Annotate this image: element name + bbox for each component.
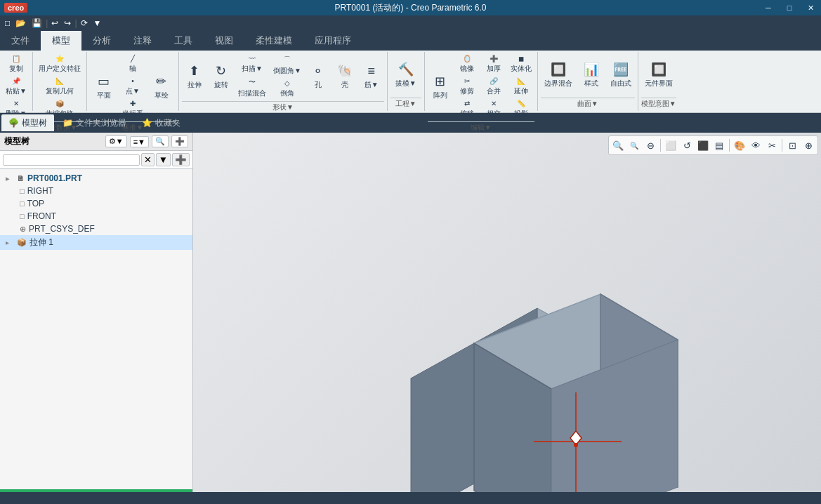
qa-undo-button[interactable]: ↩ [49,18,60,29]
style-button[interactable]: 📊 样式 [577,60,605,91]
chamfer-button[interactable]: ◇ 倒角 [270,78,304,100]
thicken-icon: ➕ [490,55,498,62]
merge-button[interactable]: 🔗 合并 [481,76,506,98]
refit-button[interactable]: ⬜ [663,138,678,153]
point-button[interactable]: • 点▼ [119,76,146,98]
search-clear-button[interactable]: ✕ [141,153,155,166]
tree-filter-button[interactable]: 🔍 [152,135,169,147]
search-dropdown-button[interactable]: ▼ [156,153,171,166]
tab-analysis[interactable]: 分析 [81,31,122,51]
tab-tools[interactable]: 工具 [163,31,204,51]
panel-tab-model-tree[interactable]: 🌳 模型树 [1,114,54,131]
tab-applications[interactable]: 应用程序 [303,31,362,51]
zoom-in-button[interactable]: 🔍 [610,138,626,153]
component-interface-button[interactable]: 🔲 元件界面 [641,60,676,91]
qa-save-button[interactable]: 💾 [29,18,44,29]
solidify-icon: ◼ [518,55,524,62]
tree-item-front[interactable]: □ FRONT [0,210,192,223]
revolve-button[interactable]: ↻ 旋转 [209,61,234,92]
extrude-button[interactable]: ⬆ 拉伸 [182,61,207,92]
viewport[interactable]: 🔍 🔍 ⊖ ⬜ ↺ ⬛ ▤ 🎨 👁 ✂ ⊡ ⊕ [193,133,821,492]
pattern-button[interactable]: ⊞ 阵列 [428,72,453,102]
revolve-icon: ↻ [216,63,226,79]
shell-button[interactable]: 🐚 壳 [332,61,357,92]
round-button[interactable]: ⌒ 倒圆角▼ [270,53,304,77]
minimize-button[interactable]: ─ [758,0,779,15]
blend-button[interactable]: 〜 扫描混合 [235,76,269,100]
ribbon-group-operations: 📋 复制 📌 粘贴▼ ✕ 删除▼ 操作▼ [0,52,33,111]
panel-tab-favorites[interactable]: ⭐ 收藏夹 [135,114,188,131]
clipboard-group: 📋 复制 📌 粘贴▼ ✕ 删除▼ [3,53,29,120]
sweep-icon: 〰 [249,55,256,62]
boundary-blend-button[interactable]: 🔲 边界混合 [541,60,576,91]
tab-annotation[interactable]: 注释 [122,31,163,51]
perspective-button[interactable]: ⊡ [784,138,800,153]
ribbon-group-model-intent: 🔲 元件界面 模型意图▼ [638,52,679,111]
plane-icon: ▭ [98,74,110,89]
intersect-icon: ✕ [491,100,497,107]
view-list-button[interactable]: ▤ [711,138,727,153]
tree-item-extrude1[interactable]: ▸ 📦 拉伸 1 [0,235,192,250]
qa-open-button[interactable]: 📂 [13,18,28,29]
close-button[interactable]: ✕ [800,0,821,15]
tree-expand-all-button[interactable]: ➕ [171,135,188,147]
ribbon-group-surface: 🔲 边界混合 📊 样式 🆓 自由式 曲面▼ [538,52,638,111]
intersect-button[interactable]: ✕ 相交 [481,98,506,120]
view-orient-button[interactable]: ⬛ [695,138,711,153]
engineering-label: 工程▼ [390,98,421,110]
qa-redo-button[interactable]: ↪ [62,18,73,29]
tree-item-csys[interactable]: ⊕ PRT_CSYS_DEF [0,223,192,235]
freestyle-button[interactable]: 🆓 自由式 [607,60,635,91]
tree-item-top-label: TOP [27,199,44,208]
thicken-button[interactable]: ➕ 加厚 [481,53,506,75]
copy-geometry-button[interactable]: 📐 复制几何 [36,76,84,98]
surface-buttons: 🔲 边界混合 📊 样式 🆓 自由式 [541,53,635,96]
display-style-button[interactable]: 🎨 [732,138,747,153]
visibility-button[interactable]: 👁 [748,138,763,153]
spin-center-button[interactable]: ⊕ [801,138,816,153]
tab-flexible-modeling[interactable]: 柔性建模 [244,31,303,51]
maximize-button[interactable]: □ [779,0,800,15]
window-controls: ─ □ ✕ [758,0,821,15]
search-input[interactable] [3,154,140,166]
orient-button[interactable]: ↺ [679,138,695,153]
pattern-icon: ⊞ [435,74,445,89]
tab-model[interactable]: 模型 [41,31,81,51]
tree-item-right[interactable]: □ RIGHT [0,185,192,197]
tree-item-top[interactable]: □ TOP [0,197,192,210]
rib-button[interactable]: ≡ 筋▼ [359,62,384,92]
sweep-button[interactable]: 〰 扫描▼ [235,53,269,75]
datum-plane-top-icon: □ [20,199,25,208]
boundary-blend-icon: 🔲 [551,62,566,77]
tab-view[interactable]: 视图 [204,31,244,51]
zoom-area-button[interactable]: ⊖ [643,138,658,153]
shape-label: 形状▼ [182,101,384,113]
copy-button[interactable]: 📋 复制 [3,53,29,75]
project-button[interactable]: 📏 投影 [508,98,534,120]
model-tree-header: 模型树 ⚙▼ ≡▼ 🔍 ➕ [0,133,192,151]
tree-columns-button[interactable]: ≡▼ [130,136,149,147]
zoom-out-button[interactable]: 🔍 [626,138,642,153]
draft-button[interactable]: 🔨 拔模▼ [390,60,421,91]
user-feature-button[interactable]: ⭐ 用户定义特征 [36,53,84,75]
paste-button[interactable]: 📌 粘贴▼ [3,76,29,98]
hole-icon: ⚬ [313,63,323,79]
mirror-button[interactable]: 🪞 镜像 [454,53,480,75]
axis-button[interactable]: ╱ 轴 [119,53,146,75]
panel-tab-folder-browser[interactable]: 📁 文件夹浏览器 [55,114,133,131]
qa-more-button[interactable]: ▼ [91,18,104,29]
xsection-button[interactable]: ✂ [764,138,780,153]
qa-new-button[interactable]: □ [3,18,12,29]
hole-button[interactable]: ⚬ 孔 [306,61,331,92]
plane-button[interactable]: ▭ 平面 [90,72,118,102]
tree-item-root[interactable]: ▸ 🗎 PRT0001.PRT [0,172,192,185]
search-add-button[interactable]: ➕ [172,153,190,166]
solidify-button[interactable]: ◼ 实体化 [508,53,534,75]
tree-settings-button[interactable]: ⚙▼ [105,135,127,147]
qa-regenerate-button[interactable]: ⟳ [79,18,90,29]
sketch-button[interactable]: ✏ 草绘 [147,72,176,102]
extend-button[interactable]: 📐 延伸 [508,76,534,98]
trim-button[interactable]: ✂ 修剪 [454,76,480,98]
tab-file[interactable]: 文件 [0,31,41,51]
offset-button[interactable]: ⇄ 偏移 [454,98,480,120]
